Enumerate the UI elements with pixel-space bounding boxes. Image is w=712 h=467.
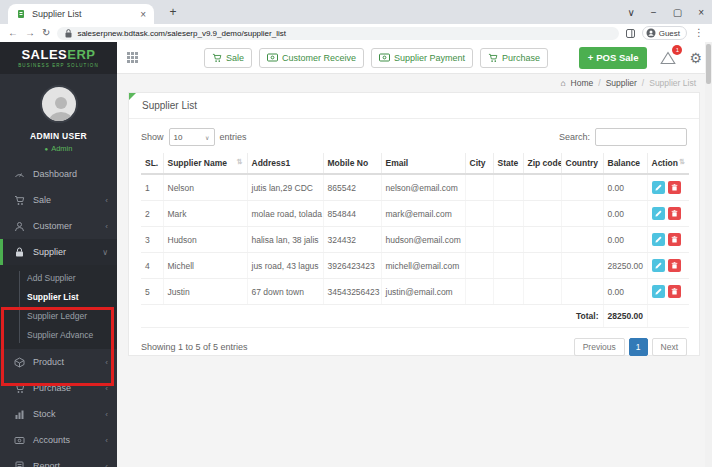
customer-icon: [14, 221, 25, 232]
tab-title: Supplier List: [32, 9, 134, 19]
pencil-icon: [655, 288, 662, 295]
edit-button[interactable]: [652, 285, 665, 298]
person-icon: [47, 93, 75, 121]
search-input[interactable]: [595, 128, 687, 146]
col-supplier-name[interactable]: Supplier Name⇅: [163, 153, 247, 174]
quick-buttons: Sale Customer Receive Supplier Payment P…: [204, 48, 548, 68]
col-mobile[interactable]: Mobile No: [323, 153, 381, 174]
col-email[interactable]: Email: [381, 153, 465, 174]
window-minimize-icon[interactable]: −: [651, 7, 657, 18]
delete-button[interactable]: [668, 207, 681, 220]
delete-button[interactable]: [668, 233, 681, 246]
col-action[interactable]: Action⇅: [647, 153, 689, 174]
user-profile: ADMIN USER ● Admin: [0, 74, 117, 153]
chevron-left-icon: ‹: [105, 222, 108, 231]
sidebar-item-stock[interactable]: Stock ‹: [0, 401, 117, 427]
window-maximize-icon[interactable]: ▢: [673, 7, 682, 18]
next-page-button[interactable]: Next: [652, 338, 687, 356]
bookmark-panel-icon[interactable]: [626, 29, 635, 38]
lock-icon: [65, 29, 72, 38]
table-row: 5 Justin 67 down town 34543256423 justin…: [141, 279, 689, 305]
cart-icon: [14, 195, 25, 206]
col-sl[interactable]: SL.: [141, 153, 163, 174]
edit-button[interactable]: [652, 259, 665, 272]
submenu-item-supplier-list[interactable]: Supplier List: [0, 288, 117, 307]
sidebar-item-customer[interactable]: Customer ‹: [0, 213, 117, 239]
logo-text: SALES: [21, 47, 67, 62]
breadcrumb-supplier[interactable]: Supplier: [606, 78, 637, 88]
chevron-left-icon: ‹: [105, 410, 108, 419]
previous-page-button[interactable]: Previous: [574, 338, 625, 356]
supplier-payment-button[interactable]: Supplier Payment: [371, 48, 473, 68]
customer-receive-button[interactable]: Customer Receive: [259, 48, 364, 68]
col-state[interactable]: State: [493, 153, 523, 174]
browser-profile-button[interactable]: Guest: [642, 26, 687, 40]
chevron-down-icon: ∨: [102, 248, 108, 257]
reload-icon[interactable]: ↻: [42, 28, 50, 38]
submenu-item-supplier-advance[interactable]: Supplier Advance: [0, 326, 117, 345]
trash-icon: [671, 210, 678, 217]
edit-button[interactable]: [652, 233, 665, 246]
report-icon: [14, 461, 25, 467]
col-zip[interactable]: Zip code: [523, 153, 561, 174]
sidebar-item-supplier[interactable]: Supplier ∨: [0, 239, 117, 265]
apps-grid-icon[interactable]: [127, 52, 138, 63]
pagination: Previous 1 Next: [574, 338, 687, 356]
profile-icon: [646, 28, 656, 38]
url-text: saleserpnew.bdtask.com/saleserp_v9.9_dem…: [77, 29, 286, 38]
page-1-button[interactable]: 1: [629, 338, 648, 356]
delete-button[interactable]: [668, 259, 681, 272]
sidebar-item-report[interactable]: Report ‹: [0, 453, 117, 467]
trash-icon: [671, 288, 678, 295]
logo-accent: ERP: [67, 47, 95, 62]
col-balance[interactable]: Balance: [603, 153, 647, 174]
new-tab-button[interactable]: +: [164, 3, 182, 21]
profile-label: Guest: [659, 29, 680, 38]
page-length-select[interactable]: 10 ∨: [169, 128, 215, 146]
submenu-item-supplier-ledger[interactable]: Supplier Ledger: [0, 307, 117, 326]
chevron-left-icon: ‹: [105, 462, 108, 467]
sidebar-item-purchase[interactable]: Purchase ‹: [0, 375, 117, 401]
edit-button[interactable]: [652, 207, 665, 220]
browser-tab[interactable]: Supplier List ×: [8, 4, 154, 24]
col-address[interactable]: Address1: [247, 153, 323, 174]
supplier-list-card: Supplier List Show 10 ∨ entries Search:: [128, 92, 700, 356]
sort-icon: ⇅: [237, 158, 243, 166]
tab-close-icon[interactable]: ×: [140, 9, 146, 20]
sidebar-item-sale[interactable]: Sale ‹: [0, 187, 117, 213]
pencil-icon: [655, 262, 662, 269]
page-scrollbar[interactable]: [705, 42, 712, 467]
pos-sale-button[interactable]: + POS Sale: [579, 47, 648, 69]
back-icon[interactable]: ←: [8, 28, 18, 38]
delete-button[interactable]: [668, 181, 681, 194]
sale-button[interactable]: Sale: [204, 48, 252, 68]
col-country[interactable]: Country: [561, 153, 603, 174]
table-controls: Show 10 ∨ entries Search:: [129, 119, 699, 153]
online-dot-icon: ●: [45, 146, 49, 152]
edit-button[interactable]: [652, 181, 665, 194]
user-status: ● Admin: [0, 144, 117, 153]
settings-gear-icon[interactable]: ⚙: [689, 51, 702, 65]
window-close-icon[interactable]: ×: [698, 7, 704, 18]
address-bar[interactable]: saleserpnew.bdtask.com/saleserp_v9.9_dem…: [57, 27, 618, 40]
dashboard-icon: [14, 169, 25, 180]
notifications-button[interactable]: 1: [660, 51, 676, 65]
forward-icon[interactable]: →: [25, 28, 35, 38]
sidebar-item-dashboard[interactable]: Dashboard: [0, 161, 117, 187]
sidebar-item-accounts[interactable]: Accounts ‹: [0, 427, 117, 453]
browser-toolbar: ← → ↻ saleserpnew.bdtask.com/saleserp_v9…: [0, 24, 712, 42]
breadcrumb-home[interactable]: Home: [571, 78, 594, 88]
scrollbar-thumb[interactable]: [706, 44, 711, 84]
page-title: Supplier List: [129, 93, 699, 119]
submenu-item-add-supplier[interactable]: Add Supplier: [0, 269, 117, 288]
tab-search-icon[interactable]: ∨: [628, 7, 635, 18]
sidebar-item-product[interactable]: Product ‹: [0, 349, 117, 375]
money-icon: [379, 53, 390, 62]
browser-menu-icon[interactable]: ⋮: [694, 28, 704, 38]
table-header-row: SL. Supplier Name⇅ Address1 Mobile No Em…: [141, 153, 689, 174]
delete-button[interactable]: [668, 285, 681, 298]
purchase-button[interactable]: Purchase: [480, 48, 548, 68]
breadcrumb-current: Supplier List: [649, 78, 696, 88]
col-city[interactable]: City: [465, 153, 493, 174]
app-logo: SALESERP Business ERP Solution: [0, 42, 117, 74]
